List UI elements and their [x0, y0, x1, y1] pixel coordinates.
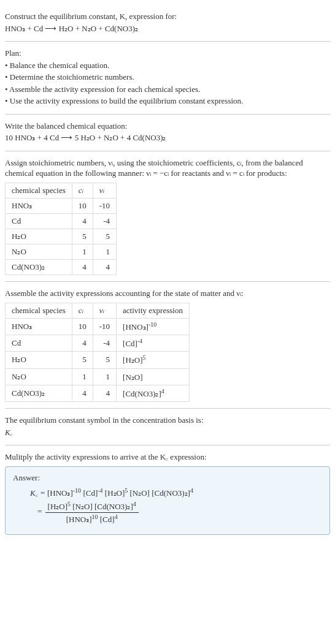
multiply-section: Mulitply the activity expressions to arr… [5, 445, 330, 541]
table-row: Cd 4 -4 [Cd]-4 [6, 335, 190, 351]
activity-cell: [H₂O]5 [117, 352, 190, 368]
c-cell: 4 [72, 214, 93, 229]
species-cell: H₂O [6, 352, 72, 368]
plan-item: • Balance the chemical equation. [5, 60, 330, 71]
fraction-numerator: [H₂O]5 [N₂O] [Cd(NO3)₂]4 [45, 500, 139, 513]
term: [Cd(NO3)₂]4 [94, 502, 136, 511]
plan-item: • Use the activity expressions to build … [5, 96, 330, 107]
table-row: N₂O 1 1 [N₂O] [6, 368, 190, 385]
activity-cell: [N₂O] [117, 368, 190, 385]
v-cell: -4 [93, 214, 116, 229]
table-row: HNO₃ 10 -10 [6, 199, 117, 214]
answer-label: Answer: [13, 473, 322, 483]
c-cell: 1 [72, 244, 93, 260]
species-cell: N₂O [6, 244, 72, 260]
term: [N₂O] [130, 488, 150, 498]
v-cell: 4 [93, 260, 116, 275]
intro-section: Construct the equilibrium constant, K, e… [5, 5, 330, 42]
answer-box: Answer: K꜀ = [HNO₃]-10 [Cd]-4 [H₂O]5 [N₂… [5, 466, 330, 536]
answer-expression: K꜀ = [HNO₃]-10 [Cd]-4 [H₂O]5 [N₂O] [Cd(N… [13, 487, 322, 525]
table-row: HNO₃ 10 -10 [HNO₃]-10 [6, 318, 190, 335]
table-row: Cd(NO3)₂ 4 4 [Cd(NO3)₂]4 [6, 385, 190, 401]
balanced-heading: Write the balanced chemical equation: [5, 121, 330, 132]
species-cell: H₂O [6, 229, 72, 244]
balanced-section: Write the balanced chemical equation: 10… [5, 115, 330, 151]
kc-symbol-section: The equilibrium constant symbol in the c… [5, 409, 330, 445]
plan-item: • Assemble the activity expression for e… [5, 84, 330, 95]
species-cell: HNO₃ [6, 318, 72, 335]
term: [H₂O]5 [105, 488, 128, 498]
v-cell: 5 [93, 352, 116, 368]
fraction-denominator: [HNO₃]10 [Cd]4 [45, 513, 139, 525]
activity-heading: Assemble the activity expressions accoun… [5, 288, 330, 299]
species-cell: Cd(NO3)₂ [6, 385, 72, 401]
species-cell: HNO₃ [6, 199, 72, 214]
kc-symbol-line: The equilibrium constant symbol in the c… [5, 415, 330, 426]
fraction: [H₂O]5 [N₂O] [Cd(NO3)₂]4 [HNO₃]10 [Cd]4 [45, 500, 139, 525]
activity-cell: [HNO₃]-10 [117, 318, 190, 335]
table-row: N₂O 1 1 [6, 244, 117, 260]
table-row: Cd(NO3)₂ 4 4 [6, 260, 117, 275]
v-cell: 5 [93, 229, 116, 244]
col-header: chemical species [6, 183, 72, 199]
activity-cell: [Cd]-4 [117, 335, 190, 351]
intro-text: Construct the equilibrium constant, K, e… [5, 12, 177, 21]
v-cell: -10 [93, 199, 116, 214]
c-cell: 5 [72, 352, 93, 368]
c-cell: 10 [72, 318, 93, 335]
term: [HNO₃]-10 [47, 488, 81, 498]
species-cell: Cd(NO3)₂ [6, 260, 72, 275]
col-header: chemical species [6, 303, 72, 318]
term: [Cd(NO3)₂]4 [152, 488, 193, 498]
activity-table: chemical species cᵢ νᵢ activity expressi… [5, 303, 190, 403]
v-cell: 1 [93, 244, 116, 260]
kc-symbol: K꜀ [5, 427, 330, 438]
stoich-heading: Assign stoichiometric numbers, νᵢ, using… [5, 157, 330, 179]
multiply-heading: Mulitply the activity expressions to arr… [5, 452, 330, 463]
activity-cell: [Cd(NO3)₂]4 [117, 385, 190, 401]
col-header: νᵢ [93, 183, 116, 199]
term: [H₂O]5 [48, 502, 71, 511]
table-header-row: chemical species cᵢ νᵢ [6, 183, 117, 199]
col-header: activity expression [117, 303, 190, 318]
c-cell: 4 [72, 385, 93, 401]
intro-line: Construct the equilibrium constant, K, e… [5, 11, 330, 22]
term: [Cd]4 [100, 515, 118, 524]
plan-heading: Plan: [5, 48, 330, 59]
table-row: Cd 4 -4 [6, 214, 117, 229]
v-cell: 1 [93, 368, 116, 385]
c-cell: 4 [72, 260, 93, 275]
species-cell: Cd [6, 214, 72, 229]
table-header-row: chemical species cᵢ νᵢ activity expressi… [6, 303, 190, 318]
term: [N₂O] [72, 502, 92, 511]
term: [Cd]-4 [83, 488, 102, 498]
table-row: H₂O 5 5 [H₂O]5 [6, 352, 190, 368]
activity-section: Assemble the activity expressions accoun… [5, 282, 330, 409]
plan-item: • Determine the stoichiometric numbers. [5, 72, 330, 83]
answer-line1: K꜀ = [HNO₃]-10 [Cd]-4 [H₂O]5 [N₂O] [Cd(N… [30, 487, 322, 499]
stoich-section: Assign stoichiometric numbers, νᵢ, using… [5, 151, 330, 282]
c-cell: 5 [72, 229, 93, 244]
plan-section: Plan: • Balance the chemical equation. •… [5, 42, 330, 115]
equals-prefix: = [37, 507, 44, 516]
intro-reaction: HNO₃ + Cd ⟶ H₂O + N₂O + Cd(NO3)₂ [5, 23, 330, 34]
col-header: cᵢ [72, 303, 93, 318]
col-header: cᵢ [72, 183, 93, 199]
stoich-table: chemical species cᵢ νᵢ HNO₃ 10 -10 Cd 4 … [5, 183, 117, 275]
v-cell: 4 [93, 385, 116, 401]
balanced-equation: 10 HNO₃ + 4 Cd ⟶ 5 H₂O + N₂O + 4 Cd(NO3)… [5, 132, 330, 143]
term: [HNO₃]10 [66, 515, 98, 524]
species-cell: N₂O [6, 368, 72, 385]
kc-prefix: K꜀ = [30, 488, 47, 498]
c-cell: 4 [72, 335, 93, 351]
c-cell: 10 [72, 199, 93, 214]
c-cell: 1 [72, 368, 93, 385]
v-cell: -4 [93, 335, 116, 351]
v-cell: -10 [93, 318, 116, 335]
table-row: H₂O 5 5 [6, 229, 117, 244]
answer-line2: = [H₂O]5 [N₂O] [Cd(NO3)₂]4 [HNO₃]10 [Cd]… [30, 500, 322, 525]
species-cell: Cd [6, 335, 72, 351]
col-header: νᵢ [93, 303, 116, 318]
